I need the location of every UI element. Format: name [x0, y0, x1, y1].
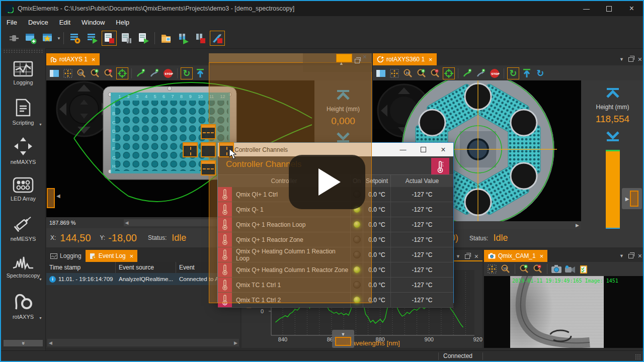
menu-help[interactable]: Help [110, 19, 135, 26]
menu-file[interactable]: File [1, 19, 23, 26]
zoom-out-icon[interactable] [532, 263, 544, 275]
column-header[interactable]: Actual Value [390, 175, 453, 187]
tab-logging[interactable]: Logging [46, 250, 86, 262]
menu-edit[interactable]: Edit [54, 19, 76, 26]
zoom-out-icon[interactable] [103, 67, 115, 79]
script-run-icon[interactable] [85, 31, 100, 46]
move-to-target-icon[interactable] [116, 67, 128, 79]
script-record-icon[interactable] [102, 31, 117, 46]
dock-edge-left-tile[interactable] [47, 188, 55, 208]
video-play-button[interactable] [289, 155, 365, 209]
fit-view-icon[interactable] [388, 67, 400, 79]
close-panel-icon[interactable]: × [638, 252, 642, 260]
record-video-icon[interactable] [564, 263, 576, 275]
sidebar-item-scripting[interactable]: Scripting ▼ [1, 93, 45, 131]
close-panel-icon[interactable]: × [638, 55, 642, 63]
sidebar-item-led-array[interactable]: LED Array [1, 170, 45, 209]
connect-icon[interactable] [6, 31, 21, 46]
height-slider[interactable] [606, 150, 620, 229]
menu-window[interactable]: Window [76, 19, 110, 26]
tab-rotaxys360[interactable]: rotAXYS360 1 × [373, 53, 437, 65]
sidebar-grip[interactable] [3, 49, 43, 53]
close-icon[interactable]: × [130, 252, 134, 260]
sidebar-item-spectroscopy[interactable]: Spectroscopy ▼ [1, 247, 45, 286]
script-settings-icon[interactable] [67, 31, 83, 46]
dock-indicator-top[interactable] [201, 124, 216, 139]
horizontal-scrollbar[interactable]: ◀ ▶ [47, 339, 239, 346]
tab-qmix-cam[interactable]: Qmix_CAM_1 × [484, 250, 547, 262]
close-icon[interactable]: × [92, 56, 96, 63]
dock-edge-bottom[interactable]: ▼ [332, 330, 354, 348]
scroll-right-icon[interactable]: ▶ [234, 340, 237, 345]
image-settings-icon[interactable] [578, 263, 590, 275]
panel-settings-icon[interactable] [375, 67, 387, 79]
sidebar-collapse-button[interactable]: » [4, 340, 43, 346]
dock-indicator-left[interactable] [183, 142, 198, 157]
add-waypoint-icon[interactable] [135, 67, 147, 79]
zoom-in-icon[interactable] [89, 67, 101, 79]
manual-record-icon[interactable] [210, 31, 225, 46]
float-panel-icon[interactable] [628, 57, 633, 62]
resize-grip[interactable] [635, 354, 641, 360]
zoom-100-icon[interactable]: 10 [500, 263, 512, 275]
fit-view-icon[interactable] [62, 67, 74, 79]
zoom-out-icon[interactable] [429, 67, 441, 79]
sidebar-item-nemesys[interactable]: neMESYS [1, 209, 45, 247]
stop-icon[interactable]: STOP [489, 67, 501, 79]
insert-waypoint-icon[interactable] [475, 67, 487, 79]
fit-view-icon[interactable] [486, 263, 498, 275]
script-pause-icon[interactable] [119, 31, 134, 46]
panel-menu-icon[interactable]: ▼ [619, 253, 624, 258]
favorites-dropdown-icon[interactable]: ▼ [57, 36, 61, 41]
media-folder-icon[interactable] [158, 31, 174, 46]
zoom-in-icon[interactable] [416, 67, 428, 79]
dialog-close-button[interactable]: × [433, 143, 453, 156]
lift-up-icon[interactable] [194, 67, 206, 79]
sidebar-item-nemaxys[interactable]: neMAXYS [1, 131, 45, 170]
home-position-icon[interactable]: ↻ [507, 67, 519, 79]
tab-rotaxys1[interactable]: rotAXYS 1 × [46, 53, 100, 65]
close-icon[interactable]: × [540, 252, 544, 260]
panel-settings-icon[interactable] [48, 67, 60, 79]
insert-waypoint-icon[interactable] [148, 67, 160, 79]
home-position-icon[interactable]: ↻ [181, 67, 193, 79]
rotate-table-icon[interactable]: ↻ [534, 67, 546, 79]
dialog-maximize-button[interactable] [413, 143, 433, 156]
zoom-in-icon[interactable] [518, 263, 530, 275]
move-to-target-icon[interactable] [443, 67, 455, 79]
lift-top-icon[interactable] [605, 87, 620, 99]
lift-up-icon[interactable] [521, 67, 533, 79]
add-waypoint-icon[interactable] [461, 67, 473, 79]
script-play-icon[interactable] [136, 31, 151, 46]
camera-view[interactable]: 2019-01-11 19:19:49:165 Image: 1451 [484, 276, 644, 348]
lift-bottom-icon[interactable] [605, 131, 620, 142]
column-header[interactable]: Event source [116, 262, 176, 273]
new-window-icon[interactable] [23, 31, 38, 46]
menu-device[interactable]: Device [23, 19, 54, 26]
close-panel-icon[interactable]: × [363, 53, 367, 61]
maximize-button[interactable] [598, 1, 620, 16]
dosing-start-icon[interactable] [176, 31, 191, 46]
close-icon[interactable]: × [429, 56, 433, 63]
panel-menu-icon[interactable]: ▼ [619, 57, 624, 62]
sidebar-item-logging[interactable]: Logging [1, 54, 45, 93]
chevron-down-icon[interactable]: ▼ [39, 123, 42, 126]
snapshot-icon[interactable] [550, 263, 562, 275]
dialog-minimize-button[interactable]: — [393, 143, 413, 156]
stop-icon[interactable]: STOP [162, 67, 174, 79]
column-header[interactable]: Time stamp [46, 262, 116, 273]
dosing-record-icon[interactable] [193, 31, 208, 46]
sidebar-item-rotaxys[interactable]: rotAXYS ▼ [1, 286, 45, 325]
zoom-100-icon[interactable]: 10 [402, 67, 414, 79]
dock-indicator-center[interactable] [201, 142, 216, 157]
scroll-right-icon[interactable]: ▶ [576, 223, 579, 228]
tab-event-log[interactable]: Event Log × [86, 250, 138, 262]
zoom-100-icon[interactable]: 10 [75, 67, 88, 79]
chevron-down-icon[interactable]: ▼ [39, 278, 42, 281]
scroll-left-icon[interactable]: ◀ [49, 340, 52, 345]
minimize-button[interactable]: — [575, 1, 598, 16]
float-panel-icon[interactable] [628, 254, 633, 258]
close-button[interactable]: × [620, 1, 643, 16]
favorites-icon[interactable] [40, 31, 55, 46]
chevron-down-icon[interactable]: ▼ [39, 316, 42, 320]
